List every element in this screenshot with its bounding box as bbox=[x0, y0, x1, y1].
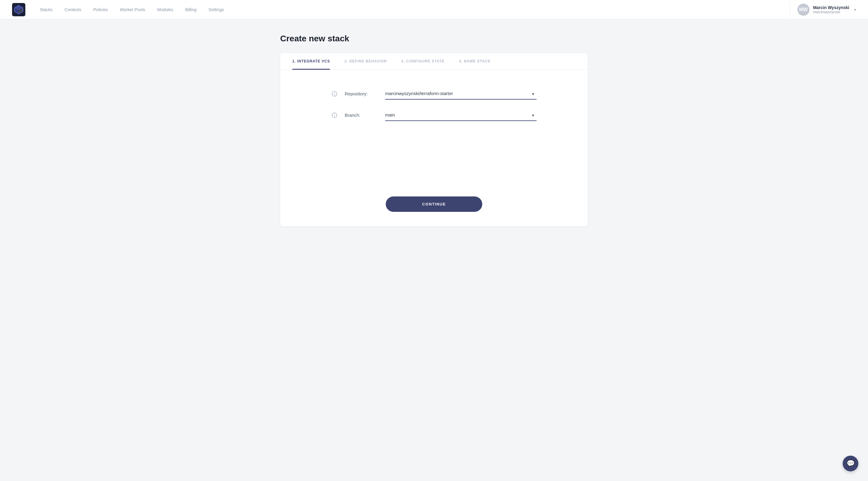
nav-modules[interactable]: Modules bbox=[157, 6, 173, 13]
info-circle-icon-branch: i bbox=[332, 113, 337, 118]
tab-configure-state[interactable]: 3. CONFIGURE STATE bbox=[401, 53, 445, 69]
repository-select[interactable]: marcinwyszynski/terraform-starter marcin… bbox=[385, 88, 536, 99]
branch-select-wrapper: main develop staging ▾ bbox=[385, 109, 536, 121]
user-handle: marcinwyszynski bbox=[813, 10, 849, 14]
form-section: i Repository: marcinwyszynski/terraform-… bbox=[332, 88, 536, 121]
repository-info-icon: i bbox=[332, 91, 338, 96]
repository-label: Repository: bbox=[345, 91, 378, 96]
wizard-body: i Repository: marcinwyszynski/terraform-… bbox=[280, 70, 588, 197]
branch-row: i Branch: main develop staging ▾ bbox=[332, 109, 536, 121]
user-menu[interactable]: MW Marcin Wyszynski marcinwyszynski ▾ bbox=[790, 1, 856, 18]
nav-billing[interactable]: Billing bbox=[185, 6, 196, 13]
nav-worker-pools[interactable]: Worker Pools bbox=[120, 6, 145, 13]
repository-row: i Repository: marcinwyszynski/terraform-… bbox=[332, 88, 536, 99]
user-info: Marcin Wyszynski marcinwyszynski bbox=[813, 5, 849, 14]
navbar: Stacks Contexts Policies Worker Pools Mo… bbox=[0, 0, 868, 19]
wizard-card: 1. INTEGRATE VCS 2. DEFINE BEHAVIOR 3. C… bbox=[280, 53, 588, 226]
info-circle-icon: i bbox=[332, 91, 337, 96]
wizard-footer: CONTINUE bbox=[280, 197, 588, 226]
main-content: Create new stack 1. INTEGRATE VCS 2. DEF… bbox=[268, 19, 600, 241]
avatar: MW bbox=[798, 4, 809, 16]
user-menu-chevron-icon: ▾ bbox=[854, 7, 856, 12]
nav-links: Stacks Contexts Policies Worker Pools Mo… bbox=[40, 6, 790, 13]
nav-stacks[interactable]: Stacks bbox=[40, 6, 53, 13]
branch-label: Branch: bbox=[345, 113, 378, 118]
chat-bubble[interactable]: 💬 bbox=[843, 456, 858, 471]
repository-select-wrapper: marcinwyszynski/terraform-starter marcin… bbox=[385, 88, 536, 99]
chat-icon: 💬 bbox=[846, 459, 855, 468]
tab-define-behavior[interactable]: 2. DEFINE BEHAVIOR bbox=[344, 53, 386, 69]
nav-policies[interactable]: Policies bbox=[93, 6, 108, 13]
nav-settings[interactable]: Settings bbox=[209, 6, 224, 13]
wizard-tabs: 1. INTEGRATE VCS 2. DEFINE BEHAVIOR 3. C… bbox=[280, 53, 588, 70]
tab-integrate-vcs[interactable]: 1. INTEGRATE VCS bbox=[292, 53, 330, 69]
branch-info-icon: i bbox=[332, 113, 338, 118]
tab-name-stack[interactable]: 4. NAME STACK bbox=[459, 53, 491, 69]
continue-button[interactable]: CONTINUE bbox=[386, 197, 482, 212]
branch-select[interactable]: main develop staging bbox=[385, 109, 536, 121]
nav-contexts[interactable]: Contexts bbox=[65, 6, 81, 13]
page-title: Create new stack bbox=[280, 34, 588, 43]
user-name: Marcin Wyszynski bbox=[813, 5, 849, 10]
logo[interactable] bbox=[12, 3, 25, 16]
